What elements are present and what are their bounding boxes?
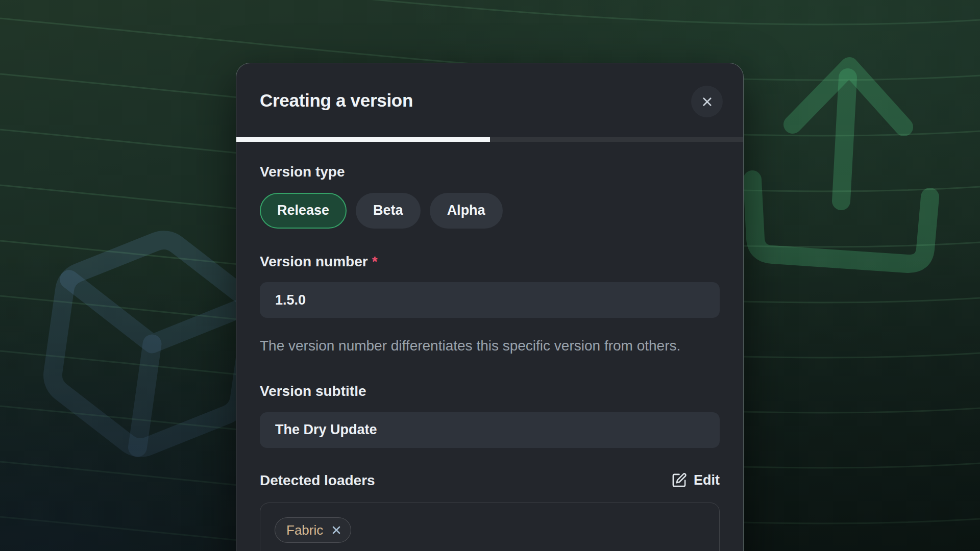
version-type-options: Release Beta Alpha (260, 193, 720, 229)
create-version-modal: Creating a version Version type Release … (236, 63, 744, 551)
detected-loaders-row: Detected loaders Edit (260, 472, 720, 489)
creation-progress-fill (236, 137, 490, 142)
page-title: Creating a version (260, 90, 413, 111)
upload-arrow-decoration (752, 66, 930, 264)
square-pen-icon (671, 472, 687, 488)
modal-body: Version type Release Beta Alpha Version … (236, 142, 743, 551)
version-number-input[interactable] (260, 282, 720, 318)
screen: Creating a version Version type Release … (0, 0, 980, 551)
version-number-label-text: Version number (260, 254, 368, 269)
remove-loader-button[interactable] (330, 524, 342, 536)
version-type-alpha-button[interactable]: Alpha (430, 193, 503, 229)
close-icon (700, 95, 714, 109)
required-asterisk: * (372, 254, 378, 269)
version-type-release-button[interactable]: Release (260, 193, 347, 229)
modal-header: Creating a version (236, 63, 743, 137)
edit-loaders-button[interactable]: Edit (671, 472, 720, 488)
x-remove-icon (330, 524, 342, 536)
version-number-help: The version number differentiates this s… (260, 334, 691, 357)
edit-loaders-label: Edit (694, 472, 720, 488)
detected-loaders-container: Fabric (260, 503, 720, 551)
loader-chip-label: Fabric (286, 522, 323, 538)
detected-loaders-label: Detected loaders (260, 472, 375, 489)
version-number-label: Version number* (260, 253, 720, 270)
version-type-beta-button[interactable]: Beta (356, 193, 421, 229)
loader-chip-fabric: Fabric (275, 517, 351, 543)
version-type-label: Version type (260, 163, 720, 181)
version-subtitle-input[interactable] (260, 412, 720, 448)
close-button[interactable] (691, 86, 723, 117)
creation-progress-bar (236, 137, 743, 142)
version-subtitle-label: Version subtitle (260, 383, 720, 400)
box-outline-decoration (44, 227, 260, 460)
